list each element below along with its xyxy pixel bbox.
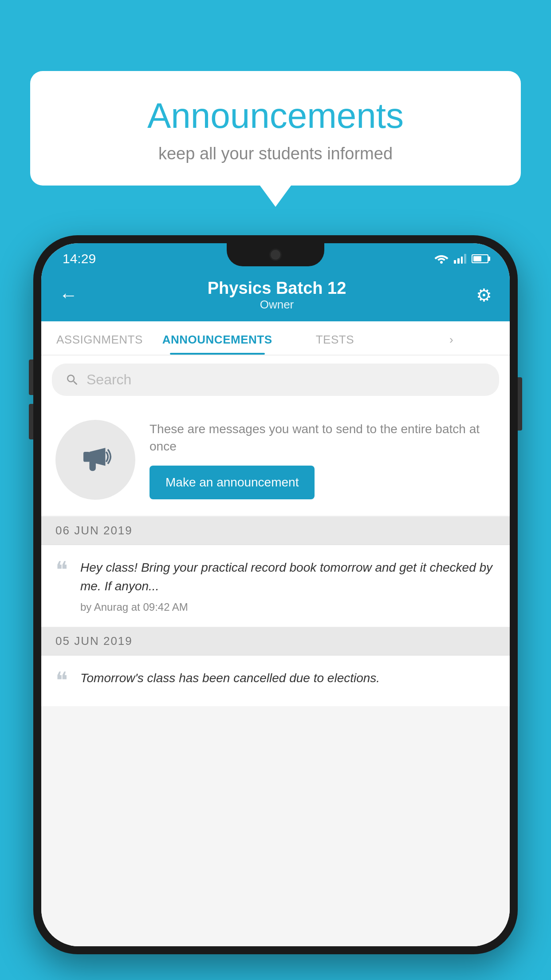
batch-title: Physics Batch 12 [208,279,346,298]
phone-notch [227,243,324,266]
search-bar[interactable]: Search [52,364,499,396]
power-button [518,377,522,431]
battery-icon [472,254,488,263]
phone-mockup: 14:29 [33,235,518,954]
megaphone-icon [75,440,115,480]
signal-icon [454,254,466,264]
volume-up-button [29,360,33,395]
announcement-content-1: Hey class! Bring your practical record b… [80,558,496,613]
announcement-item-2[interactable]: ❝ Tomorrow's class has been cancelled du… [41,656,510,706]
announcement-item-1[interactable]: ❝ Hey class! Bring your practical record… [41,545,510,627]
speech-bubble-subtitle: keep all your students informed [57,144,494,163]
search-bar-wrap: Search [41,356,510,404]
quote-icon-1: ❝ [55,561,68,580]
phone-screen: 14:29 [41,243,510,946]
svg-rect-1 [83,452,90,462]
quote-icon-2: ❝ [55,672,68,690]
promo-description: These are messages you want to send to t… [150,420,496,455]
date-separator-1: 06 JUN 2019 [41,517,510,545]
tab-bar: ASSIGNMENTS ANNOUNCEMENTS TESTS › [41,321,510,356]
svg-point-0 [440,261,443,264]
front-camera [269,249,282,261]
make-announcement-button[interactable]: Make an announcement [150,466,315,499]
promo-content: These are messages you want to send to t… [150,420,496,499]
back-button[interactable]: ← [59,285,78,306]
announcement-text-1: Hey class! Bring your practical record b… [80,558,496,596]
settings-button[interactable]: ⚙ [476,285,492,305]
date-separator-2: 05 JUN 2019 [41,627,510,656]
battery-fill [473,256,481,261]
promo-block: These are messages you want to send to t… [41,404,510,517]
search-placeholder: Search [87,371,131,388]
tab-more[interactable]: › [393,321,510,355]
status-icons [434,253,488,264]
speech-bubble: Announcements keep all your students inf… [30,71,521,186]
tab-assignments[interactable]: ASSIGNMENTS [41,321,158,355]
announcement-content-2: Tomorrow's class has been cancelled due … [80,669,496,693]
search-icon [65,373,79,387]
announcement-text-2: Tomorrow's class has been cancelled due … [80,669,496,688]
header-title-wrap: Physics Batch 12 Owner [208,279,346,312]
phone-outer: 14:29 [33,235,518,954]
speech-bubble-title: Announcements [57,95,494,136]
content-area: Search [41,356,510,946]
status-time: 14:29 [63,251,96,266]
tab-tests[interactable]: TESTS [276,321,393,355]
tab-announcements[interactable]: ANNOUNCEMENTS [158,321,277,355]
batch-subtitle: Owner [208,298,346,312]
promo-icon-circle [55,420,135,500]
wifi-icon [434,253,449,264]
app-header: ← Physics Batch 12 Owner ⚙ [41,271,510,321]
announcement-meta-1: by Anurag at 09:42 AM [80,601,496,613]
volume-down-button [29,404,33,439]
speech-bubble-container: Announcements keep all your students inf… [30,71,521,186]
